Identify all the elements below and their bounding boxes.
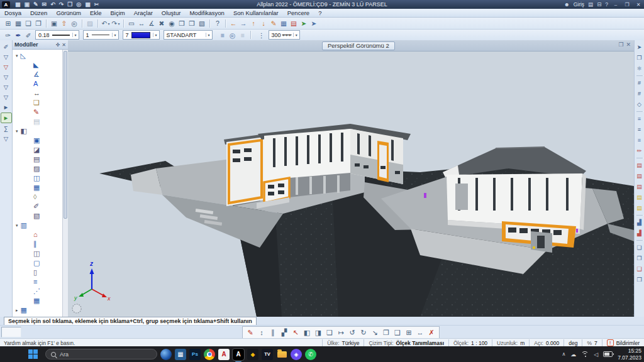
pick-icon[interactable]: ↖ (290, 327, 301, 337)
taskbar-clock[interactable]: 15:25 7.07.2023 (618, 348, 641, 360)
menu-olustur[interactable]: Oluştur (157, 9, 186, 17)
shop-icon[interactable]: ⊟ (597, 1, 601, 8)
pen-icon[interactable]: ✒ (13, 30, 23, 40)
module-stairs[interactable]: ≡ (33, 277, 63, 287)
doc-paint-icon[interactable]: ❐ (635, 254, 644, 263)
statusbar-angle[interactable]: Açı:0.000 (529, 339, 564, 346)
help-icon[interactable]: ? (213, 19, 223, 28)
dropdown-arrow-icon[interactable]: ▾ (293, 33, 298, 37)
dropdown-arrow-icon[interactable]: ▾ (108, 21, 109, 26)
module-detail[interactable]: ✎ (33, 107, 63, 117)
statusbar-angle-unit[interactable]: deg (564, 339, 582, 346)
filter-assistant-icon[interactable]: ▽ (1, 134, 11, 143)
module-group-draft[interactable]: ▾◺ (16, 51, 63, 60)
menu-duzen[interactable]: Düzen (26, 9, 52, 17)
dropdown-arrow-icon[interactable]: ▾ (153, 33, 158, 37)
autocad-app-icon[interactable]: A (218, 349, 230, 360)
viewport-restore-icon[interactable]: ❐ (618, 41, 623, 48)
viewport-close-icon[interactable]: ✕ (626, 41, 631, 48)
module-group-3d[interactable]: ▾◧ (16, 126, 63, 136)
dropdown-arrow-icon[interactable]: ▾ (118, 21, 119, 26)
delete-icon[interactable]: ✗ (426, 327, 437, 337)
open-file-icon[interactable]: ❐ (33, 19, 43, 28)
resize-icon[interactable]: ↔ (414, 327, 426, 337)
statusbar-percent[interactable]: %7 (582, 339, 601, 346)
doc-delete-icon[interactable]: ❑ (635, 265, 644, 273)
drawing-file-yellow-icon[interactable]: ▤ (635, 193, 644, 202)
menu-pencere[interactable]: Pencere (283, 9, 314, 17)
purple-app-icon[interactable]: ◈ (291, 349, 302, 360)
menu-araclar[interactable]: Araçlar (130, 9, 157, 17)
clipboard-icon[interactable]: ❐ (635, 53, 644, 62)
eyedropper-icon[interactable]: ✐ (23, 30, 33, 40)
drawing-file-red-icon[interactable]: ▤ (635, 161, 644, 170)
undo-icon[interactable]: ↶ (50, 1, 55, 8)
modify-pencil-icon[interactable]: ✎ (245, 327, 256, 337)
photoshop-app-icon[interactable]: Ps (189, 349, 201, 360)
layer-stack2-icon[interactable]: ≡ (238, 30, 248, 40)
user-icon[interactable]: ☻ (564, 1, 570, 8)
new-document-icon[interactable]: ❏ (23, 19, 33, 28)
statusbar-scale[interactable]: Ölçek:1 : 100 (448, 339, 492, 346)
doc-new-icon[interactable]: ❏ (635, 243, 644, 252)
layer-bulb-icon[interactable]: ◎ (228, 30, 238, 40)
module-group-architecture[interactable]: ▾▥ (16, 221, 63, 230)
layer-copy-icon[interactable]: ≡ (635, 125, 644, 134)
caret-right-icon[interactable]: ▸ (16, 308, 18, 313)
undo-icon[interactable]: ↶▾ (101, 19, 111, 28)
show-hide-icon[interactable]: ◉ (167, 19, 177, 28)
module-door[interactable]: ▯ (33, 268, 63, 277)
library-icon[interactable]: ❒ (177, 19, 187, 28)
menu-bicim[interactable]: Biçim (106, 9, 130, 17)
wifi-icon[interactable] (581, 351, 589, 357)
volume-icon[interactable]: ◁ (594, 351, 598, 358)
module-group-engineering[interactable]: ▸▦ (16, 305, 63, 315)
pen-thickness-select[interactable]: 0.18 ▾ (35, 30, 79, 40)
select-arrow-icon[interactable]: ► (1, 102, 11, 112)
image-icon[interactable]: ▨ (85, 19, 95, 28)
filter-lines-icon[interactable]: ▽ (1, 52, 11, 62)
tray-chevron-icon[interactable]: ∧ (562, 351, 565, 357)
doc-edit-icon[interactable]: ❒ (635, 275, 644, 284)
copy-move-icon[interactable]: ❐ (380, 327, 392, 337)
dropdown-arrow-icon[interactable]: ▾ (72, 33, 77, 37)
dropdown-arrow-icon[interactable]: ▾ (112, 33, 117, 37)
drawing-file-red3-icon[interactable]: ▤ (635, 182, 644, 191)
chrome-app-icon[interactable] (204, 349, 215, 360)
settings-icon[interactable]: ✱ (635, 64, 644, 73)
caret-down-icon[interactable]: ▾ (16, 129, 18, 134)
ruler-icon[interactable]: ▭ (126, 19, 136, 28)
rotate-icon[interactable]: ↺ (347, 327, 358, 337)
select-elements-icon[interactable]: ► (1, 112, 12, 123)
open-project-icon[interactable]: ⊞ (3, 19, 13, 28)
allplan-logo[interactable]: A (2, 1, 10, 8)
close-panel-icon[interactable]: ✕ (62, 42, 66, 48)
menu-dosya[interactable]: Dosya (0, 9, 26, 17)
window-layout-icon[interactable]: ▦ (15, 1, 21, 8)
upload-doc-icon[interactable]: ↑ (248, 19, 258, 28)
chart-icon[interactable]: ▟ (635, 218, 644, 227)
comment-icon[interactable]: ✉ (42, 1, 47, 8)
modules-scrollbar[interactable] (62, 50, 68, 317)
module-3d-solid[interactable]: ◫ (33, 173, 63, 183)
protractor-icon[interactable]: ∡ (147, 19, 157, 28)
module-wall[interactable]: ∥ (33, 239, 63, 249)
start-button[interactable] (26, 348, 39, 361)
allplan-app-icon[interactable]: A (233, 349, 244, 360)
save-icon[interactable]: ▣ (49, 19, 59, 28)
copy-window-icon[interactable]: ❐ (67, 1, 72, 8)
connect-icon[interactable]: ▤ (588, 1, 593, 8)
offset-icon[interactable]: ↘ (369, 327, 380, 337)
module-render[interactable]: ✐ (33, 202, 63, 211)
module-layout[interactable]: ▤ (33, 117, 63, 126)
grid-icon[interactable]: # (635, 79, 644, 87)
viewport-perspective[interactable]: x y z Perspektif Görünümü 2 ❐ ✕ (68, 40, 634, 317)
dropdown-arrow-icon[interactable]: ▾ (206, 33, 211, 37)
module-draft-2d[interactable]: ◣ (33, 60, 63, 70)
grid-icon[interactable]: ▦ (85, 1, 91, 8)
tradingview-app-icon[interactable]: TV (262, 349, 273, 360)
minimize-button[interactable]: – (612, 2, 619, 8)
pin-icon[interactable]: ✜ (56, 42, 60, 48)
filter-text-icon[interactable]: ▽ (1, 82, 11, 92)
module-mesh[interactable]: ▦ (33, 183, 63, 192)
